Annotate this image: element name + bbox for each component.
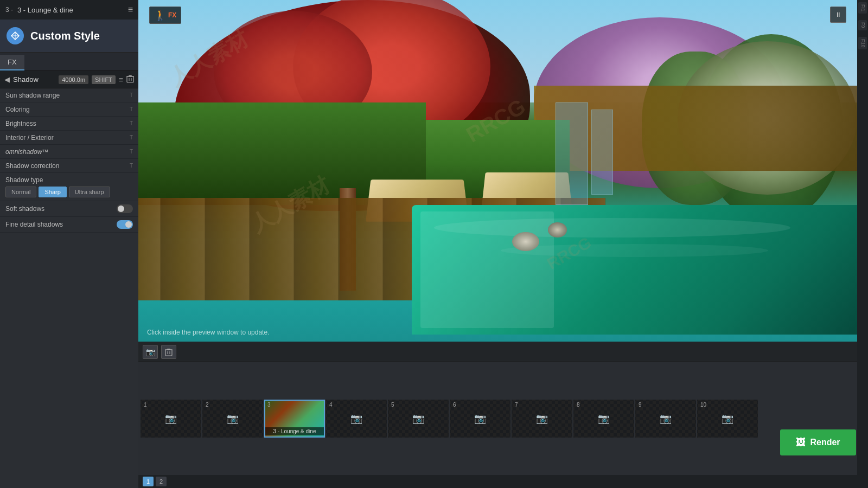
- render-button[interactable]: 🖼 Render: [780, 429, 856, 455]
- fine-detail-shadows-toggle[interactable]: [117, 220, 133, 229]
- page-2-btn[interactable]: 2: [156, 477, 167, 486]
- soft-shadows-row: Soft shadows: [0, 201, 138, 217]
- viewport-hint: Click inside the preview window to updat…: [147, 329, 269, 336]
- shadow-delete-icon[interactable]: [126, 74, 134, 85]
- prop-t-interior-exterior: T: [130, 134, 133, 140]
- shadow-type-ultra-sharp-btn[interactable]: Ultra sharp: [69, 187, 110, 197]
- scene-number: 3 -: [5, 6, 13, 14]
- custom-style-section: Custom Style: [0, 20, 138, 53]
- prop-label-brightness: Brightness: [5, 120, 36, 127]
- prop-t-shadow-correction: T: [130, 163, 133, 169]
- thumb-camera-icon-5: 📷: [412, 413, 424, 425]
- shadow-type-buttons: Normal Sharp Ultra sharp: [5, 187, 133, 197]
- camera-icon: 📷: [146, 348, 155, 356]
- shadow-type-section: Shadow type Normal Sharp Ultra sharp: [0, 173, 138, 201]
- thumbnail-4[interactable]: 4 📷: [326, 400, 387, 438]
- rock-2: [548, 222, 567, 237]
- custom-style-title: Custom Style: [30, 30, 100, 42]
- prop-label-shadow-correction: Shadow correction: [5, 162, 59, 170]
- right-tab-f9[interactable]: F9: [858, 20, 867, 30]
- bottom-strip: 📷 1 📷 2 📷 3 3 - Lounge & di: [138, 342, 857, 488]
- shift-badge: SHIFT: [92, 75, 116, 84]
- prop-shadow-correction[interactable]: Shadow correction T: [0, 159, 138, 173]
- shadow-type-normal-btn[interactable]: Normal: [5, 187, 36, 197]
- shadow-header-right: 4000.0m SHIFT ≡: [59, 74, 134, 85]
- viewport-hint-text: Click inside the preview window to updat…: [147, 329, 269, 336]
- thumbnail-5[interactable]: 5 📷: [388, 400, 449, 438]
- thumb-camera-icon-6: 📷: [474, 413, 486, 425]
- soft-shadows-toggle[interactable]: [117, 204, 133, 213]
- glass-building: [556, 102, 588, 205]
- bottom-toolbar: 📷: [138, 342, 857, 362]
- shadow-type-sharp-btn[interactable]: Sharp: [39, 187, 66, 197]
- shadow-type-label: Shadow type: [5, 176, 133, 184]
- fine-detail-shadows-label: Fine detail shadows: [5, 221, 63, 228]
- thumbnail-3[interactable]: 3 3 - Lounge & dine: [264, 400, 325, 438]
- pool: [412, 205, 858, 335]
- fx-tab[interactable]: FX: [0, 55, 24, 70]
- title-bar: 3 - 3 - Lounge & dine ≡: [0, 0, 138, 20]
- scene-title: 3 - Lounge & dine: [17, 6, 73, 14]
- thumb-camera-icon-2: 📷: [227, 413, 239, 425]
- thumbnail-6[interactable]: 6 📷: [450, 400, 510, 438]
- thumbnail-1[interactable]: 1 📷: [141, 400, 201, 438]
- back-arrow-icon[interactable]: ◀: [4, 75, 10, 84]
- glass-building-2: [591, 110, 613, 195]
- prop-label-coloring: Coloring: [5, 106, 30, 113]
- soft-shadows-thumb: [118, 206, 124, 212]
- page-1-btn[interactable]: 1: [143, 477, 154, 486]
- thumb-camera-icon-10: 📷: [722, 413, 733, 425]
- prop-t-omnishadow: T: [130, 149, 133, 155]
- shadow-section-header: ◀ Shadow 4000.0m SHIFT ≡: [0, 71, 138, 88]
- delete-icon: [165, 348, 173, 356]
- hamburger-menu-icon[interactable]: ≡: [128, 5, 133, 15]
- shadow-menu-icon[interactable]: ≡: [119, 75, 123, 84]
- prop-t-brightness: T: [130, 120, 133, 126]
- thumbnail-9[interactable]: 9 📷: [635, 400, 696, 438]
- prop-label-sun-shadow: Sun shadow range: [5, 92, 60, 99]
- garden-scene: [138, 0, 857, 342]
- main-viewport[interactable]: 🚶 FX ⏸ Click inside the preview window t…: [138, 0, 857, 342]
- fx-badge: 🚶 FX: [149, 7, 181, 24]
- prop-sun-shadow-range[interactable]: Sun shadow range T: [0, 88, 138, 102]
- prop-t-sun-shadow: T: [130, 92, 133, 98]
- property-list: Sun shadow range T Coloring T Brightness…: [0, 88, 138, 488]
- shadow-header-left: ◀ Shadow: [4, 75, 39, 84]
- thumbnail-10[interactable]: 10 📷: [697, 400, 758, 438]
- prop-brightness[interactable]: Brightness T: [0, 117, 138, 131]
- right-tab-fi1[interactable]: FI1: [858, 2, 867, 14]
- prop-label-interior-exterior: Interior / Exterior: [5, 134, 54, 142]
- prop-coloring[interactable]: Coloring T: [0, 102, 138, 117]
- pool-steps: [420, 211, 554, 328]
- pause-button[interactable]: ⏸: [830, 7, 846, 23]
- thumb-camera-icon-4: 📷: [350, 413, 362, 425]
- thumbnail-7[interactable]: 7 📷: [512, 400, 572, 438]
- render-icon: 🖼: [796, 437, 806, 448]
- fx-badge-label: FX: [168, 11, 176, 19]
- right-tab-f10[interactable]: F10: [858, 37, 867, 50]
- right-sidebar: FI1 F9 F10: [857, 0, 868, 342]
- thumb-camera-icon-8: 📷: [598, 413, 610, 425]
- page-numbers: 1 2: [138, 475, 857, 488]
- right-bottom-sidebar: [857, 342, 868, 488]
- title-bar-left: 3 - 3 - Lounge & dine: [5, 6, 73, 14]
- fx-person-icon: 🚶: [154, 9, 166, 21]
- fine-detail-shadows-thumb: [125, 221, 132, 228]
- thumb-camera-icon-9: 📷: [660, 413, 672, 425]
- render-label: Render: [810, 438, 840, 447]
- thumbnail-strip: 1 📷 2 📷 3 3 - Lounge & dine 4 📷 5 📷 6 📷: [138, 362, 857, 475]
- pause-icon: ⏸: [835, 11, 841, 18]
- prop-t-coloring: T: [130, 106, 133, 112]
- thumbnail-8[interactable]: 8 📷: [573, 400, 634, 438]
- prop-omnishadow[interactable]: omnishadow™ T: [0, 145, 138, 159]
- range-value-badge: 4000.0m: [59, 75, 88, 84]
- prop-interior-exterior[interactable]: Interior / Exterior T: [0, 131, 138, 145]
- thumb-camera-icon-1: 📷: [165, 413, 177, 425]
- svg-rect-8: [165, 350, 172, 356]
- camera-capture-button[interactable]: 📷: [143, 345, 158, 359]
- soft-shadows-label: Soft shadows: [5, 205, 44, 213]
- thumbnail-2[interactable]: 2 📷: [202, 400, 263, 438]
- delete-render-button[interactable]: [161, 345, 176, 359]
- svg-rect-3: [127, 76, 133, 82]
- prop-label-omnishadow: omnishadow™: [5, 148, 48, 156]
